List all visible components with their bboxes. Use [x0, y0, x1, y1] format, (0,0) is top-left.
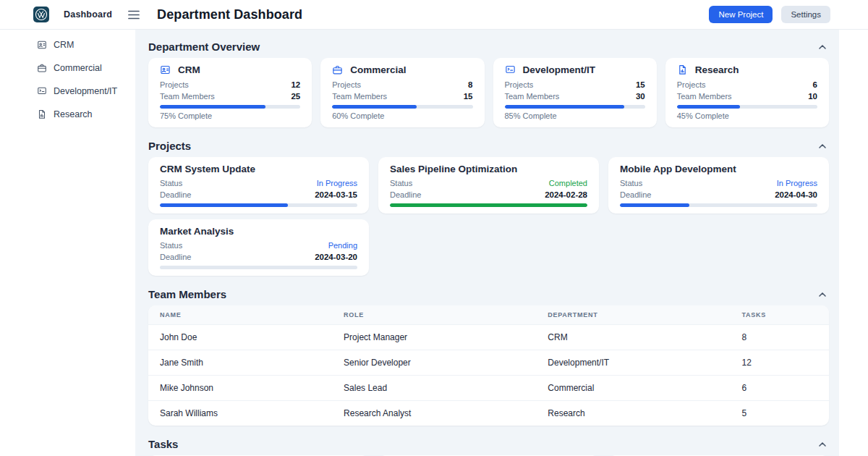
overview-card-title: Development/IT [523, 64, 596, 75]
progress-bar [332, 105, 417, 109]
progress-track [332, 105, 472, 109]
overview-card-title: Commercial [350, 64, 406, 75]
projects-count: 8 [468, 80, 472, 90]
page-title: Department Dashboard [157, 7, 302, 22]
cell-tasks: 8 [731, 325, 829, 350]
progress-track [160, 105, 300, 109]
briefcase-icon [332, 64, 343, 75]
cell-tasks: 12 [731, 350, 829, 376]
section-title: Department Overview [148, 41, 260, 53]
section-header-projects: Projects [148, 140, 829, 152]
project-card-crm-system-update: CRM System Update Status In Progress Dea… [148, 157, 369, 214]
sidebar-item-research[interactable]: Research [0, 103, 135, 126]
team-members-label: Team Members [332, 91, 387, 101]
sidebar-item-label: Commercial [54, 63, 102, 73]
status-value: In Progress [317, 178, 357, 188]
menu-icon[interactable] [128, 10, 140, 20]
overview-card-commercial: Commercial Projects 8 Team Members 15 60… [320, 58, 484, 127]
table-row: John Doe Project Manager CRM 8 [148, 325, 829, 350]
deadline-label: Deadline [160, 190, 191, 200]
projects-count: 12 [291, 80, 300, 90]
sidebar-item-label: CRM [54, 40, 74, 50]
column-header-department: Department [536, 305, 730, 325]
table-header-row: Name Role Department Tasks [148, 305, 829, 325]
percent-complete-label: 85% Complete [505, 111, 645, 121]
team-members-label: Team Members [677, 91, 732, 101]
contact-card-icon [37, 40, 47, 50]
status-value: Pending [328, 240, 357, 250]
right-gutter [839, 30, 868, 456]
sidebar-item-development-it[interactable]: Development/IT [0, 80, 135, 103]
sidebar-item-commercial[interactable]: Commercial [0, 56, 135, 80]
overview-card-crm: CRM Projects 12 Team Members 25 75% Comp… [148, 58, 312, 127]
vw-emblem-icon [34, 7, 48, 22]
briefcase-icon [37, 63, 47, 73]
sidebar-item-crm[interactable]: CRM [0, 33, 135, 56]
project-card-market-analysis: Market Analysis Status Pending Deadline … [148, 219, 369, 276]
deadline-value: 2024-04-30 [775, 190, 817, 200]
sidebar-item-label: Research [54, 109, 93, 119]
team-members-count: 10 [808, 91, 817, 101]
table-row: Jane Smith Senior Developer Development/… [148, 350, 829, 376]
section-title: Team Members [148, 289, 226, 300]
percent-complete-label: 60% Complete [332, 111, 472, 121]
cell-department: CRM [536, 325, 730, 350]
collapse-chevron-icon[interactable] [816, 291, 829, 298]
progress-bar [160, 203, 288, 207]
collapse-chevron-icon[interactable] [816, 43, 829, 51]
team-members-table: Name Role Department Tasks John Doe Proj… [148, 305, 829, 426]
progress-bar [677, 105, 740, 109]
collapse-chevron-icon[interactable] [816, 143, 829, 150]
overview-card-title: Research [695, 64, 739, 75]
settings-button[interactable]: Settings [781, 6, 830, 23]
cell-role: Sales Lead [332, 376, 536, 401]
terminal-window-icon [37, 86, 47, 96]
progress-track [160, 266, 357, 269]
main-content: Department Overview CRM Projects [135, 30, 839, 456]
document-chart-icon [677, 64, 688, 75]
column-header-tasks: Tasks [731, 305, 829, 325]
column-header-role: Role [332, 305, 536, 325]
team-members-label: Team Members [505, 91, 560, 101]
projects-count: 15 [636, 80, 645, 90]
deadline-value: 2024-03-15 [315, 190, 357, 200]
project-title: Mobile App Development [620, 164, 817, 174]
app-logo[interactable] [33, 7, 49, 22]
sidebar: CRM Commercial Development/IT [0, 30, 135, 456]
project-title: Sales Pipeline Optimization [390, 164, 587, 174]
projects-label: Projects [332, 80, 361, 90]
percent-complete-label: 75% Complete [160, 111, 300, 121]
new-project-button[interactable]: New Project [709, 6, 773, 23]
cell-department: Commercial [536, 376, 730, 401]
progress-bar [505, 105, 624, 109]
deadline-value: 2024-03-20 [315, 252, 357, 262]
projects-label: Projects [505, 80, 534, 90]
overview-card-research: Research Projects 6 Team Members 10 45% … [665, 58, 829, 127]
status-label: Status [160, 178, 182, 188]
contact-card-icon [160, 64, 171, 75]
project-card-grid: CRM System Update Status In Progress Dea… [148, 157, 829, 276]
team-members-count: 30 [636, 91, 645, 101]
percent-complete-label: 45% Complete [677, 111, 817, 121]
cell-role: Project Manager [332, 325, 536, 350]
progress-track [160, 203, 357, 207]
team-members-label: Team Members [160, 91, 215, 101]
status-value: In Progress [777, 178, 817, 188]
cell-name: Jane Smith [148, 350, 332, 376]
overview-card-title: CRM [178, 64, 200, 75]
cell-role: Research Analyst [332, 401, 536, 426]
deadline-label: Deadline [390, 190, 421, 200]
table-row: Sarah Williams Research Analyst Research… [148, 401, 829, 426]
collapse-chevron-icon[interactable] [816, 441, 829, 448]
sidebar-item-label: Development/IT [54, 86, 117, 96]
progress-bar [160, 105, 265, 109]
projects-count: 6 [813, 80, 817, 90]
terminal-window-icon [505, 64, 516, 75]
cell-department: Development/IT [536, 350, 730, 376]
project-card-mobile-app-development: Mobile App Development Status In Progres… [608, 157, 829, 214]
projects-label: Projects [677, 80, 706, 90]
table-row: Mike Johnson Sales Lead Commercial 6 [148, 376, 829, 401]
column-header-name: Name [148, 305, 332, 325]
status-label: Status [620, 178, 642, 188]
section-header-team-members: Team Members [148, 289, 829, 300]
